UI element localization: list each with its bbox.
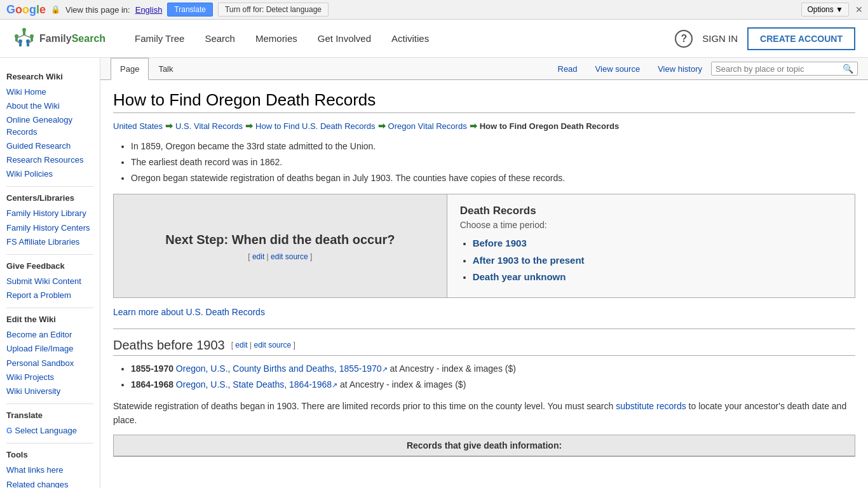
sidebar-section-tools: Tools bbox=[6, 450, 93, 459]
tab-view-history[interactable]: View history bbox=[649, 59, 711, 79]
info-box: Next Step: When did the death occur? [ e… bbox=[113, 194, 855, 298]
sidebar-item-select-language[interactable]: Select Language bbox=[15, 424, 77, 438]
sidebar-section-edit-wiki: Edit the Wiki bbox=[6, 315, 93, 324]
para-before: Statewide registration of deaths began i… bbox=[113, 401, 613, 411]
breadcrumb-current: How to Find Oregon Death Records bbox=[480, 121, 620, 131]
question-text: Next Step: When did the death occur? bbox=[165, 231, 395, 248]
info-box-edit-links: [ edit | edit source ] bbox=[165, 252, 395, 261]
sidebar-item-wiki-projects[interactable]: Wiki Projects bbox=[6, 370, 93, 384]
bullet-2: The earliest death record was in 1862. bbox=[131, 156, 855, 169]
record-suffix-1: at Ancestry - index & images ($) bbox=[390, 363, 515, 374]
tab-view-source[interactable]: View source bbox=[587, 59, 649, 79]
breadcrumb-us-vital[interactable]: U.S. Vital Records bbox=[175, 121, 243, 131]
substitute-records-link[interactable]: substitute records bbox=[616, 401, 686, 411]
sidebar-item-wiki-home[interactable]: Wiki Home bbox=[6, 85, 93, 99]
nav-search[interactable]: Search bbox=[194, 20, 245, 58]
sidebar-item-report-problem[interactable]: Report a Problem bbox=[6, 288, 93, 302]
logo-text: FamilySearch bbox=[39, 33, 105, 44]
sidebar-divider-3 bbox=[6, 308, 93, 308]
logo-area[interactable]: FamilySearch bbox=[13, 27, 105, 50]
record-link-2[interactable]: Oregon, U.S., State Deaths, 1864-1968 bbox=[176, 379, 337, 390]
info-box-edit-source-link[interactable]: edit source bbox=[271, 252, 308, 261]
learn-more-link[interactable]: Learn more about U.S. Death Records bbox=[113, 307, 265, 317]
breadcrumb-us[interactable]: United States bbox=[113, 121, 163, 131]
lock-icon: 🔒 bbox=[51, 5, 60, 14]
sidebar-item-become-editor[interactable]: Become an Editor bbox=[6, 328, 93, 342]
article-title: How to Find Oregon Death Records bbox=[113, 90, 855, 113]
main-content: Page Talk Read View source View history … bbox=[100, 58, 868, 488]
close-translate-button[interactable]: ✕ bbox=[855, 4, 863, 15]
sidebar-item-upload-file-image[interactable]: Upload File/Image bbox=[6, 342, 93, 356]
breadcrumb-oregon-vital[interactable]: Oregon Vital Records bbox=[388, 121, 467, 131]
sidebar-item-family-history-library[interactable]: Family History Library bbox=[6, 207, 93, 220]
time-period-before-1903: Before 1903 bbox=[473, 236, 842, 251]
sidebar-divider-5 bbox=[6, 443, 93, 444]
options-button[interactable]: Options ▼ bbox=[801, 3, 849, 17]
sidebar-item-online-genealogy[interactable]: Online Genealogy Records bbox=[6, 113, 93, 139]
language-link[interactable]: English bbox=[135, 5, 163, 15]
choose-text: Choose a time period: bbox=[460, 220, 842, 230]
nav-get-involved[interactable]: Get Involved bbox=[308, 20, 381, 58]
bullet-3: Oregon began statewide registration of d… bbox=[131, 172, 855, 185]
tabs-right: Read View source View history 🔍 bbox=[549, 58, 858, 79]
sidebar-item-guided-research[interactable]: Guided Research bbox=[6, 139, 93, 153]
records-table-box: Records that give death information: bbox=[113, 435, 855, 457]
section-edit-source-link[interactable]: edit source bbox=[254, 341, 292, 349]
tab-read[interactable]: Read bbox=[549, 59, 587, 79]
sidebar-item-submit-wiki-content[interactable]: Submit Wiki Content bbox=[6, 274, 93, 288]
bullet-1: In 1859, Oregon became the 33rd state ad… bbox=[131, 140, 855, 153]
nav-activities[interactable]: Activities bbox=[381, 20, 439, 58]
help-icon[interactable]: ? bbox=[675, 30, 693, 48]
header-actions: ? SIGN IN CREATE ACCOUNT bbox=[675, 27, 855, 50]
section-deaths-before-1903: Deaths before 1903 [ edit | edit source … bbox=[113, 338, 855, 356]
search-icon-button[interactable]: 🔍 bbox=[843, 64, 853, 74]
sidebar-section-centers: Centers/Libraries bbox=[6, 193, 93, 203]
tab-talk[interactable]: Talk bbox=[149, 58, 182, 80]
record-years-1: 1855-1970 bbox=[131, 363, 173, 374]
search-input[interactable] bbox=[715, 64, 843, 74]
section-title: Deaths before 1903 bbox=[113, 338, 225, 353]
record-item-1855: 1855-1970 Oregon, U.S., County Births an… bbox=[131, 362, 855, 376]
nav-family-tree[interactable]: Family Tree bbox=[125, 20, 194, 58]
familysearch-logo-icon bbox=[13, 27, 36, 50]
sidebar-item-fs-affiliate-libraries[interactable]: FS Affiliate Libraries bbox=[6, 235, 93, 249]
sidebar-item-personal-sandbox[interactable]: Personal Sandbox bbox=[6, 356, 93, 370]
tabs-bar: Page Talk Read View source View history … bbox=[100, 58, 868, 80]
time-period-list: Before 1903 After 1903 to the present De… bbox=[473, 236, 842, 285]
sidebar-divider-4 bbox=[6, 403, 93, 404]
section-edit-links: [ edit | edit source ] bbox=[231, 341, 295, 349]
sidebar-item-what-links-here[interactable]: What links here bbox=[6, 463, 93, 477]
sidebar-item-about-wiki[interactable]: About the Wiki bbox=[6, 99, 93, 113]
section-edit-link[interactable]: edit bbox=[235, 341, 247, 349]
translate-bar: Google 🔒 View this page in: English Tran… bbox=[0, 0, 868, 20]
intro-bullets: In 1859, Oregon became the 33rd state ad… bbox=[131, 140, 855, 185]
translate-button[interactable]: Translate bbox=[167, 3, 213, 17]
sidebar: Research Wiki Wiki Home About the Wiki O… bbox=[0, 58, 100, 488]
google-logo: Google bbox=[6, 3, 46, 17]
time-period-unknown: Death year unknown bbox=[473, 270, 842, 285]
record-years-2: 1864-1968 bbox=[131, 379, 173, 390]
sidebar-item-research-resources[interactable]: Research Resources bbox=[6, 153, 93, 167]
info-box-left: Next Step: When did the death occur? [ e… bbox=[114, 194, 447, 297]
sign-in-button[interactable]: SIGN IN bbox=[702, 33, 738, 44]
breadcrumb-us-death[interactable]: How to Find U.S. Death Records bbox=[255, 121, 376, 131]
article-body: How to Find Oregon Death Records United … bbox=[100, 80, 868, 467]
breadcrumb-arrow-3: ➡ bbox=[378, 121, 386, 131]
section-divider bbox=[113, 329, 855, 329]
sidebar-section-research-wiki: Research Wiki bbox=[6, 72, 93, 81]
sidebar-item-wiki-policies[interactable]: Wiki Policies bbox=[6, 167, 93, 181]
breadcrumb: United States ➡ U.S. Vital Records ➡ How… bbox=[113, 121, 855, 131]
tab-page[interactable]: Page bbox=[111, 58, 149, 80]
record-link-1[interactable]: Oregon, U.S., County Births and Deaths, … bbox=[176, 363, 388, 374]
info-box-content: Next Step: When did the death occur? [ e… bbox=[165, 231, 395, 261]
sidebar-item-wiki-university[interactable]: Wiki University bbox=[6, 384, 93, 398]
sidebar-item-related-changes[interactable]: Related changes bbox=[6, 478, 93, 488]
para-text: Statewide registration of deaths began i… bbox=[113, 399, 855, 428]
nav-memories[interactable]: Memories bbox=[245, 20, 308, 58]
info-box-edit-link[interactable]: edit bbox=[252, 252, 264, 261]
create-account-button[interactable]: CREATE ACCOUNT bbox=[747, 27, 855, 50]
main-nav: Family Tree Search Memories Get Involved… bbox=[125, 20, 656, 58]
sidebar-item-family-history-centers[interactable]: Family History Centers bbox=[6, 221, 93, 235]
turnoff-button[interactable]: Turn off for: Detect language bbox=[218, 3, 329, 17]
breadcrumb-arrow-2: ➡ bbox=[245, 121, 253, 131]
